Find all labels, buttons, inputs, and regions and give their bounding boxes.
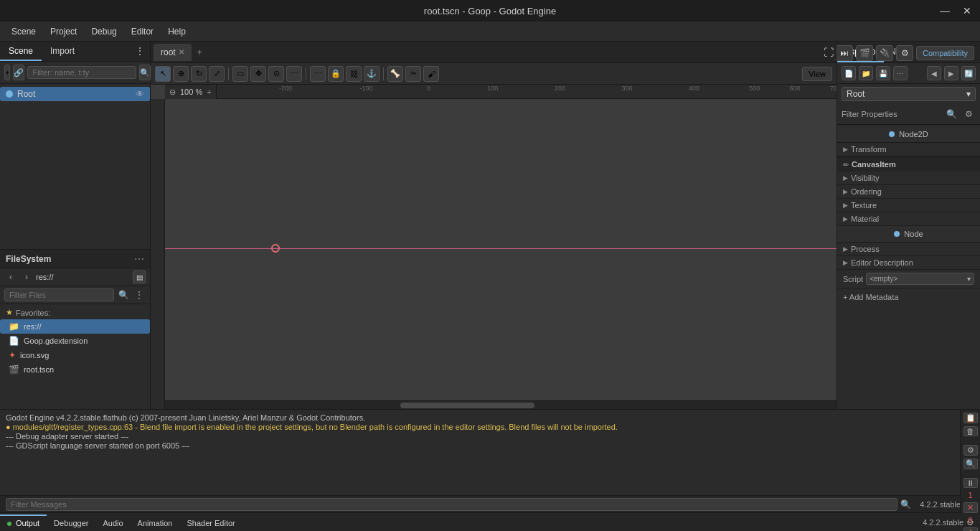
fs-item-tscn[interactable]: 🎬 root.tscn (0, 362, 150, 377)
scene-tabs-more[interactable]: ⋮ (130, 42, 150, 61)
prop-visibility[interactable]: ▶ Visibility (837, 171, 980, 185)
tree-item-root[interactable]: Root 👁 (0, 87, 150, 101)
tool-grid-more[interactable]: ⋯ (286, 66, 302, 82)
error-count: 1 (968, 491, 972, 499)
zoom-indicator: ⊖ 100 % + (165, 85, 217, 99)
menu-scene[interactable]: Scene (6, 24, 42, 39)
tool-anchor[interactable]: ⚓ (364, 66, 380, 82)
scene-filter-input[interactable] (27, 66, 136, 79)
step-button[interactable]: ⏭ (836, 45, 853, 61)
inspector-refresh[interactable]: 🔄 (961, 66, 976, 80)
tool-move[interactable]: ⊕ (173, 66, 189, 82)
tool-bone[interactable]: 🦴 (387, 66, 403, 82)
tool-lock[interactable]: 🔒 (328, 66, 344, 82)
fs-item-gdext[interactable]: 📄 Goop.gdextension (0, 334, 150, 348)
fs-filter-input[interactable] (4, 288, 114, 301)
scene-filter-search[interactable]: 🔍 (139, 65, 151, 80)
minimize-button[interactable]: — (937, 5, 953, 17)
tool-cut[interactable]: ✂ (405, 66, 421, 82)
inspector-new-scene[interactable]: 📄 (842, 66, 856, 80)
close-button[interactable]: ✕ (960, 5, 974, 17)
vp-tab-close[interactable]: ✕ (179, 48, 184, 56)
menu-debug[interactable]: Debug (85, 24, 122, 39)
inspector-forward[interactable]: ▶ (944, 66, 958, 80)
scene-link-button[interactable]: 🔗 (13, 65, 24, 80)
scene-filter-bar: + 🔗 🔍 ⋮ ⋯ (0, 62, 150, 84)
tool-lock-group[interactable]: ⛓ (346, 66, 362, 82)
tab-audio[interactable]: Audio (95, 514, 130, 530)
tool-pivot[interactable]: ⊙ (268, 66, 284, 82)
script-value[interactable]: <empty> ▾ (866, 273, 974, 285)
filter-options-button[interactable]: ⚙ (961, 107, 976, 121)
fs-folder-view[interactable]: ▤ (133, 271, 146, 283)
fs-tscn-label: root.tscn (24, 365, 54, 374)
output-filter-button[interactable]: ⚙ (963, 445, 978, 456)
tab-scene[interactable]: Scene (0, 42, 42, 61)
prop-editor-description[interactable]: ▶ Editor Description (837, 256, 980, 270)
root-selector[interactable]: Root ▾ (842, 87, 976, 101)
tool-rect-select[interactable]: ▭ (232, 66, 248, 82)
menu-help[interactable]: Help (162, 24, 192, 39)
output-pause-button[interactable]: ⏸ (963, 478, 978, 488)
tool-paint[interactable]: 🖌 (423, 66, 439, 82)
add-metadata-button[interactable]: + Add Metadata (837, 288, 980, 306)
fs-filter-more[interactable]: ⋮ (133, 288, 146, 301)
scene-add-button[interactable]: + (4, 65, 10, 80)
tab-output[interactable]: Output (0, 514, 47, 530)
horizontal-scrollbar[interactable] (165, 400, 837, 409)
tab-import[interactable]: Import (42, 42, 83, 61)
output-line-1: Godot Engine v4.2.2.stable.flathub (c) 2… (6, 413, 956, 422)
node-dot-class (894, 231, 900, 237)
menu-editor[interactable]: Editor (126, 24, 159, 39)
canvas-content[interactable] (165, 99, 837, 398)
filter-properties-bar: Filter Properties 🔍 ⚙ (837, 104, 980, 125)
filter-messages-search[interactable]: 🔍 (897, 499, 914, 509)
prop-process[interactable]: ▶ Process (837, 243, 980, 256)
prop-texture[interactable]: ▶ Texture (837, 199, 980, 212)
fs-item-svg[interactable]: ✦ icon.svg (0, 348, 150, 362)
prop-transform[interactable]: ▶ Transform (837, 143, 980, 156)
compat-button[interactable]: Compatibility (916, 46, 974, 60)
output-clear-button[interactable]: 🗑 (963, 426, 978, 436)
tab-animation[interactable]: Animation (131, 514, 180, 530)
zoom-in-indicator[interactable]: + (207, 88, 211, 96)
output-copy-button[interactable]: 📋 (963, 413, 978, 423)
tool-more2[interactable]: ⋯ (310, 66, 326, 82)
settings-button[interactable]: ⚙ (896, 45, 913, 61)
vp-view-button[interactable]: View (802, 67, 832, 81)
right-panel: Inspector Node History ⋮ 📄 📁 💾 ⋯ ◀ ▶ 🔄 R… (837, 42, 980, 409)
section-canvasitem[interactable]: ✏ CanvasItem (837, 156, 980, 171)
tool-rotate[interactable]: ↻ (191, 66, 207, 82)
inspector-open[interactable]: 📁 (859, 66, 873, 80)
tab-debugger[interactable]: Debugger (47, 514, 95, 530)
fs-more-button[interactable]: ⋯ (134, 253, 144, 265)
vp-add-tab[interactable]: + (192, 44, 208, 61)
remote-debug-button[interactable]: 🔌 (876, 45, 893, 61)
filter-messages-input[interactable] (6, 498, 897, 511)
inspector-save[interactable]: 💾 (876, 66, 890, 80)
output-search-button[interactable]: 🔍 (963, 459, 978, 469)
warning-filter-button[interactable]: ⚠ (963, 527, 978, 531)
inspector-more-opts[interactable]: ⋯ (893, 66, 908, 80)
viewport-tab-root[interactable]: root ✕ (154, 44, 192, 61)
tool-free-move[interactable]: ✥ (250, 66, 266, 82)
fs-search-button[interactable]: 🔍 (117, 288, 130, 301)
filter-search-button[interactable]: 🔍 (944, 107, 958, 121)
error-filter-button[interactable]: ✕ (963, 502, 978, 513)
tab-shader-editor[interactable]: Shader Editor (179, 514, 242, 530)
prop-material[interactable]: ▶ Material (837, 212, 980, 226)
fs-back-button[interactable]: ‹ (4, 271, 17, 283)
inspector-back[interactable]: ◀ (927, 66, 941, 80)
star-icon: ★ (6, 308, 13, 317)
zoom-out-indicator[interactable]: ⊖ (169, 88, 176, 97)
tool-scale[interactable]: ⤢ (209, 66, 225, 82)
filesystem-section: FileSystem ⋯ ‹ › res:// ▤ 🔍 ⋮ ★ Favorite… (0, 249, 150, 409)
movie-button[interactable]: 🎬 (856, 45, 873, 61)
menu-project[interactable]: Project (44, 24, 83, 39)
fs-forward-button[interactable]: › (20, 271, 33, 283)
fs-item-res[interactable]: 📁 res:// (0, 319, 150, 334)
visibility-toggle[interactable]: 👁 (136, 89, 144, 99)
prop-ordering[interactable]: ▶ Ordering (837, 185, 980, 199)
tool-cursor[interactable]: ↖ (155, 66, 171, 82)
vp-expand-button[interactable]: ⛶ (824, 47, 834, 58)
